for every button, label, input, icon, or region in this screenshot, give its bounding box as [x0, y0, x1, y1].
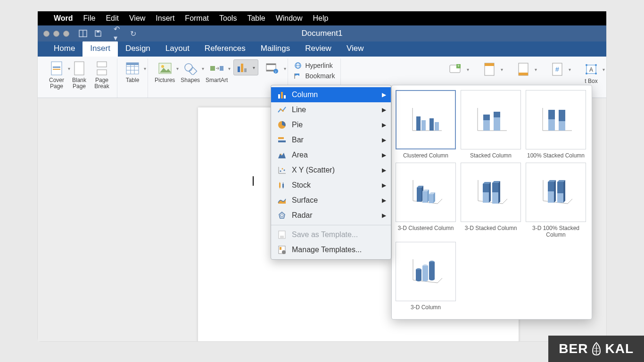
svg-marker-65: [279, 212, 285, 218]
window-controls: [38, 31, 69, 37]
footer-button[interactable]: ▾: [512, 59, 535, 84]
svg-point-46: [586, 73, 587, 74]
svg-rect-114: [557, 193, 563, 203]
hyperlink-button[interactable]: Hyperlink: [292, 60, 334, 71]
svg-rect-87: [548, 110, 555, 119]
svg-rect-82: [494, 117, 500, 131]
100-stacked-column-thumb[interactable]: [526, 90, 586, 149]
manage-templates[interactable]: Manage Templates...: [271, 242, 391, 257]
menu-table[interactable]: Table: [247, 14, 265, 23]
undo-icon[interactable]: ↶ ▾: [114, 29, 122, 38]
header-button[interactable]: ▾: [478, 59, 501, 84]
tab-review[interactable]: Review: [297, 41, 339, 57]
tab-view[interactable]: View: [339, 41, 372, 57]
svg-rect-2: [97, 31, 99, 33]
svg-point-47: [595, 73, 597, 74]
chart-type-radar[interactable]: Radar▶: [271, 208, 391, 223]
svg-marker-104: [489, 182, 491, 203]
svg-text:#: #: [555, 66, 559, 73]
menu-format[interactable]: Format: [185, 14, 209, 23]
app-name[interactable]: Word: [54, 14, 73, 23]
page-break-button[interactable]: Page Break: [91, 58, 113, 90]
menu-tools[interactable]: Tools: [219, 14, 237, 23]
chart-type-bar[interactable]: Bar▶: [271, 132, 391, 148]
3d-stacked-column-thumb[interactable]: [461, 163, 521, 222]
redo-icon[interactable]: ↻: [129, 29, 137, 38]
shapes-button[interactable]: ▾ Shapes: [178, 58, 203, 83]
menu-window[interactable]: Window: [276, 14, 303, 23]
chart-type-line[interactable]: Line▶: [271, 102, 391, 117]
3d-column-label: 3-D Column: [411, 304, 441, 311]
clustered-column-thumb[interactable]: [396, 90, 456, 149]
minimize-button[interactable]: [53, 31, 59, 37]
menu-edit[interactable]: Edit: [106, 14, 119, 23]
svg-rect-80: [483, 120, 490, 131]
svg-rect-4: [53, 66, 60, 68]
svg-rect-19: [210, 66, 215, 71]
svg-point-16: [161, 65, 164, 68]
svg-rect-76: [429, 118, 434, 131]
svg-marker-108: [498, 181, 500, 204]
svg-point-124: [422, 279, 428, 281]
svg-rect-6: [74, 62, 84, 75]
tab-design[interactable]: Design: [118, 41, 158, 57]
chart-icon: [237, 62, 249, 73]
svg-rect-25: [266, 64, 276, 65]
media-button[interactable]: ♪▾: [261, 58, 284, 83]
zoom-button[interactable]: [63, 31, 69, 37]
cover-page-button[interactable]: ▾ Cover Page: [45, 58, 68, 90]
pie-icon: [277, 120, 287, 130]
svg-marker-66: [281, 214, 283, 217]
text-box-button[interactable]: A▾t Box: [580, 59, 603, 84]
3d-column-thumb[interactable]: [396, 242, 456, 301]
stacked-column-thumb[interactable]: [461, 90, 521, 149]
svg-rect-5: [53, 69, 60, 70]
ribbon-tabs: Home Insert Design Layout References Mai…: [38, 41, 606, 57]
tab-mailings[interactable]: Mailings: [253, 41, 297, 57]
blank-page-button[interactable]: Blank Page: [68, 58, 91, 90]
svg-rect-74: [416, 116, 421, 131]
chart-type-pie[interactable]: Pie▶: [271, 117, 391, 132]
svg-text:♪: ♪: [275, 70, 277, 73]
smartart-button[interactable]: ▾ SmartArt: [203, 58, 231, 83]
svg-rect-115: [557, 182, 563, 193]
chart-type-stock[interactable]: Stock▶: [271, 178, 391, 193]
pictures-button[interactable]: ▾ Pictures: [152, 58, 178, 83]
chart-type-surface[interactable]: Surface▶: [271, 193, 391, 208]
svg-point-58: [280, 171, 281, 172]
3d-stacked-column-label: 3-D Stacked Column: [465, 225, 517, 231]
tab-home[interactable]: Home: [46, 41, 83, 57]
menu-view[interactable]: View: [129, 14, 145, 23]
svg-rect-50: [284, 95, 286, 99]
chart-type-column[interactable]: Column▶: [271, 87, 391, 102]
svg-rect-54: [278, 137, 284, 139]
chart-button[interactable]: ▾: [233, 59, 258, 75]
stock-icon: [277, 180, 287, 190]
3d-clustered-column-thumb[interactable]: [396, 163, 456, 222]
svg-rect-75: [421, 120, 426, 131]
svg-rect-8: [97, 70, 107, 75]
comment-button[interactable]: +▾: [444, 59, 467, 84]
layout-view-icon[interactable]: [79, 29, 87, 38]
3d-100-stacked-column-thumb[interactable]: [526, 163, 586, 222]
tab-insert[interactable]: Insert: [83, 41, 118, 57]
svg-rect-105: [492, 192, 498, 204]
page-number-button[interactable]: #▾: [546, 59, 569, 84]
svg-rect-22: [241, 64, 243, 72]
menu-insert[interactable]: Insert: [156, 14, 174, 23]
menu-file[interactable]: File: [83, 14, 96, 23]
chart-type-scatter[interactable]: X Y (Scatter)▶: [271, 163, 391, 178]
save-icon[interactable]: [94, 29, 102, 38]
save-template-icon: [277, 230, 287, 240]
tab-references[interactable]: References: [197, 41, 253, 57]
scatter-icon: [277, 165, 287, 175]
menu-help[interactable]: Help: [313, 14, 329, 23]
bookmark-button[interactable]: Bookmark: [292, 71, 337, 81]
close-button[interactable]: [43, 31, 50, 37]
svg-marker-113: [554, 180, 556, 203]
area-icon: [277, 150, 287, 160]
chart-type-area[interactable]: Area▶: [271, 148, 391, 163]
table-button[interactable]: ▾ Table: [121, 58, 144, 83]
tab-layout[interactable]: Layout: [158, 41, 197, 57]
stacked-column-label: Stacked Column: [470, 152, 512, 159]
